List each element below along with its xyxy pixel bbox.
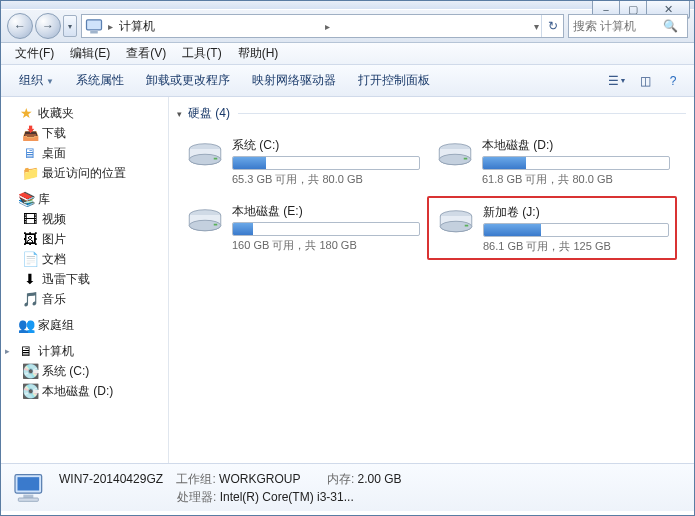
group-header-drives[interactable]: ▾ 硬盘 (4) xyxy=(169,103,694,124)
drive-free-text: 61.8 GB 可用，共 80.0 GB xyxy=(482,172,670,187)
group-label: 硬盘 (4) xyxy=(188,105,230,122)
search-box[interactable]: 🔍 xyxy=(568,14,688,38)
sidebar-libraries[interactable]: 📚 库 xyxy=(1,189,168,209)
sidebar-item-music[interactable]: 🎵 音乐 xyxy=(1,289,168,309)
homegroup-icon: 👥 xyxy=(17,317,35,333)
help-button[interactable]: ? xyxy=(660,69,686,93)
drive-grid: 系统 (C:)65.3 GB 可用，共 80.0 GB本地磁盘 (D:)61.8… xyxy=(169,124,694,262)
control-panel-button[interactable]: 打开控制面板 xyxy=(348,68,440,93)
view-mode-button[interactable]: ☰▼ xyxy=(604,69,630,93)
memory-value: 2.00 GB xyxy=(358,472,402,486)
breadcrumb-sep: ▸ xyxy=(106,21,115,32)
breadcrumb[interactable]: 计算机 xyxy=(115,18,323,35)
sidebar-computer[interactable]: ▸ 🖥 计算机 xyxy=(1,341,168,361)
drive-free-text: 160 GB 可用，共 180 GB xyxy=(232,238,420,253)
back-button[interactable]: ← xyxy=(7,13,33,39)
nav-pane[interactable]: ★ 收藏夹 📥 下载 🖥 桌面 📁 最近访问的位置 📚 库 xyxy=(1,97,169,463)
breadcrumb-sep: ▸ xyxy=(323,21,332,32)
menu-edit[interactable]: 编辑(E) xyxy=(62,43,118,64)
sidebar-item-downloads[interactable]: 📥 下载 xyxy=(1,123,168,143)
map-drive-button[interactable]: 映射网络驱动器 xyxy=(242,68,346,93)
menu-view[interactable]: 查看(V) xyxy=(118,43,174,64)
drive-free-text: 65.3 GB 可用，共 80.0 GB xyxy=(232,172,420,187)
star-icon: ★ xyxy=(17,105,35,121)
menu-file[interactable]: 文件(F) xyxy=(7,43,62,64)
computer-icon: 🖥 xyxy=(17,343,35,359)
svg-rect-7 xyxy=(464,158,468,160)
svg-rect-17 xyxy=(18,498,38,501)
drive-item[interactable]: 本地磁盘 (D:)61.8 GB 可用，共 80.0 GB xyxy=(427,130,677,192)
sidebar-item-xunlei[interactable]: ⬇ 迅雷下载 xyxy=(1,269,168,289)
capacity-bar xyxy=(232,156,420,170)
menu-tools[interactable]: 工具(T) xyxy=(174,43,229,64)
forward-button[interactable]: → xyxy=(35,13,61,39)
drive-item[interactable]: 系统 (C:)65.3 GB 可用，共 80.0 GB xyxy=(177,130,427,192)
nav-bar: ← → ▾ ▸ 计算机 ▸ ▾ ↻ 🔍 xyxy=(1,9,694,43)
nav-buttons: ← → ▾ xyxy=(7,13,77,39)
computer-name: WIN7-20140429GZ xyxy=(59,472,163,486)
computer-icon xyxy=(9,469,51,507)
drive-free-text: 86.1 GB 可用，共 125 GB xyxy=(483,239,669,254)
command-bar: 组织▼ 系统属性 卸载或更改程序 映射网络驱动器 打开控制面板 ☰▼ ◫ ? xyxy=(1,65,694,97)
video-icon: 🎞 xyxy=(21,211,39,227)
preview-pane-button[interactable]: ◫ xyxy=(632,69,658,93)
workgroup-label: 工作组: xyxy=(176,472,215,486)
cpu-value: Intel(R) Core(TM) i3-31... xyxy=(220,490,354,504)
nav-history-dropdown[interactable]: ▾ xyxy=(63,15,77,37)
uninstall-button[interactable]: 卸载或更改程序 xyxy=(136,68,240,93)
drive-icon: 💽 xyxy=(21,383,39,399)
computer-icon xyxy=(84,16,104,36)
sidebar-favorites[interactable]: ★ 收藏夹 xyxy=(1,103,168,123)
body: ★ 收藏夹 📥 下载 🖥 桌面 📁 最近访问的位置 📚 库 xyxy=(1,97,694,463)
svg-rect-15 xyxy=(18,477,40,490)
system-properties-button[interactable]: 系统属性 xyxy=(66,68,134,93)
drive-icon: 💽 xyxy=(21,363,39,379)
memory-label: 内存: xyxy=(327,472,354,486)
download-icon: ⬇ xyxy=(21,271,39,287)
sidebar-item-drive-d[interactable]: 💽 本地磁盘 (D:) xyxy=(1,381,168,401)
content-pane[interactable]: ▾ 硬盘 (4) 系统 (C:)65.3 GB 可用，共 80.0 GB本地磁盘… xyxy=(169,97,694,463)
music-icon: 🎵 xyxy=(21,291,39,307)
titlebar: − ▢ ✕ xyxy=(1,1,694,9)
address-bar[interactable]: ▸ 计算机 ▸ ▾ ↻ xyxy=(81,14,564,38)
svg-rect-10 xyxy=(214,224,218,226)
sidebar-item-desktop[interactable]: 🖥 桌面 xyxy=(1,143,168,163)
folder-icon: 📥 xyxy=(21,125,39,141)
search-input[interactable] xyxy=(573,19,663,33)
cpu-label: 处理器: xyxy=(177,490,216,504)
drive-name: 本地磁盘 (E:) xyxy=(232,203,420,220)
svg-rect-1 xyxy=(90,31,98,34)
document-icon: 📄 xyxy=(21,251,39,267)
hard-drive-icon xyxy=(434,135,476,177)
hard-drive-icon xyxy=(184,201,226,243)
drive-name: 系统 (C:) xyxy=(232,137,420,154)
status-text: WIN7-20140429GZ 工作组: WORKGROUP 内存: 2.00 … xyxy=(59,470,402,506)
svg-rect-4 xyxy=(214,158,218,160)
menu-help[interactable]: 帮助(H) xyxy=(230,43,287,64)
refresh-button[interactable]: ↻ xyxy=(541,15,563,37)
drive-name: 本地磁盘 (D:) xyxy=(482,137,670,154)
address-dropdown-icon[interactable]: ▾ xyxy=(532,21,541,32)
desktop-icon: 🖥 xyxy=(21,145,39,161)
hard-drive-icon xyxy=(184,135,226,177)
drive-item[interactable]: 新加卷 (J:)86.1 GB 可用，共 125 GB xyxy=(427,196,677,260)
drive-item[interactable]: 本地磁盘 (E:)160 GB 可用，共 180 GB xyxy=(177,196,427,260)
sidebar-item-drive-c[interactable]: 💽 系统 (C:) xyxy=(1,361,168,381)
capacity-bar xyxy=(232,222,420,236)
sidebar-item-pictures[interactable]: 🖼 图片 xyxy=(1,229,168,249)
sidebar-item-recent[interactable]: 📁 最近访问的位置 xyxy=(1,163,168,183)
svg-rect-16 xyxy=(23,494,33,497)
capacity-bar xyxy=(483,223,669,237)
drive-name: 新加卷 (J:) xyxy=(483,204,669,221)
svg-rect-13 xyxy=(465,225,469,227)
capacity-bar xyxy=(482,156,670,170)
sidebar-item-documents[interactable]: 📄 文档 xyxy=(1,249,168,269)
organize-button[interactable]: 组织▼ xyxy=(9,68,64,93)
details-pane: WIN7-20140429GZ 工作组: WORKGROUP 内存: 2.00 … xyxy=(1,463,694,511)
sidebar-homegroup[interactable]: 👥 家庭组 xyxy=(1,315,168,335)
menu-bar: 文件(F) 编辑(E) 查看(V) 工具(T) 帮助(H) xyxy=(1,43,694,65)
library-icon: 📚 xyxy=(17,191,35,207)
hard-drive-icon xyxy=(435,202,477,244)
sidebar-item-videos[interactable]: 🎞 视频 xyxy=(1,209,168,229)
svg-rect-0 xyxy=(87,20,102,30)
